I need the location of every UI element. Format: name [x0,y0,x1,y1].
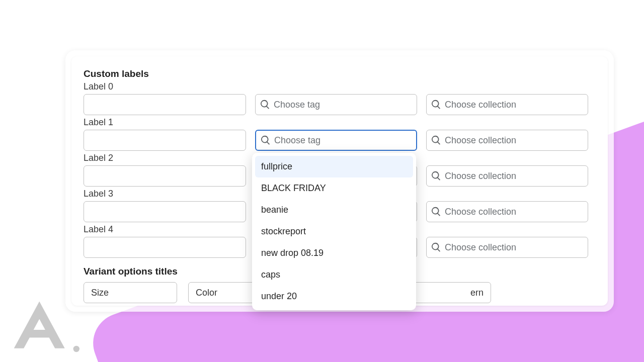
label-2-collection-input[interactable] [445,171,583,182]
label-1-collection-input[interactable] [445,135,583,146]
search-icon [431,99,442,110]
field-label-0: Label 0 [84,81,246,92]
dropdown-item[interactable]: new drop 08.19 [255,242,413,264]
label-row: Label 1 [84,117,596,151]
dropdown-item[interactable]: under 20 [255,286,413,307]
settings-card: Custom labels Label 0 [71,56,608,306]
variant-0-input[interactable] [84,282,177,303]
label-0-collection-input[interactable] [445,100,583,110]
search-icon [431,135,442,146]
dropdown-item[interactable]: caps [255,264,413,286]
label-4-input[interactable] [84,237,246,258]
search-icon [260,135,271,146]
label-1-tag-input[interactable] [274,135,411,146]
label-0-input[interactable] [84,94,246,115]
search-icon [431,242,442,253]
label-0-tag-input[interactable] [274,100,412,110]
search-icon [260,99,271,110]
label-2-input[interactable] [84,165,246,187]
label-0-tag-picker[interactable] [255,94,417,115]
label-0-collection-picker[interactable] [426,94,588,115]
dropdown-item[interactable]: fullprice [255,156,413,177]
label-3-collection-picker[interactable] [426,201,588,222]
label-4-collection-input[interactable] [445,242,583,253]
outer-card: Custom labels Label 0 [65,50,614,312]
label-1-tag-picker[interactable] [255,130,417,151]
label-1-collection-picker[interactable] [426,130,588,151]
tag-dropdown: fullprice BLACK FRIDAY beanie stockrepor… [252,153,416,310]
label-3-input[interactable] [84,201,246,222]
label-1-input[interactable] [84,130,246,151]
dropdown-item[interactable]: stockreport [255,221,413,242]
svg-point-0 [73,346,79,352]
field-label-2: Label 2 [84,153,246,163]
field-label-3: Label 3 [84,189,246,199]
field-label-1: Label 1 [84,117,246,128]
label-3-collection-input[interactable] [445,207,583,217]
dropdown-item[interactable]: beanie [255,199,413,221]
dropdown-item[interactable]: BLACK FRIDAY [255,177,413,199]
label-4-collection-picker[interactable] [426,237,588,258]
search-icon [431,206,442,217]
label-2-collection-picker[interactable] [426,165,588,187]
field-label-4: Label 4 [84,224,246,235]
search-icon [431,170,442,182]
label-row: Label 0 [84,81,596,115]
section-title-custom-labels: Custom labels [84,68,596,79]
